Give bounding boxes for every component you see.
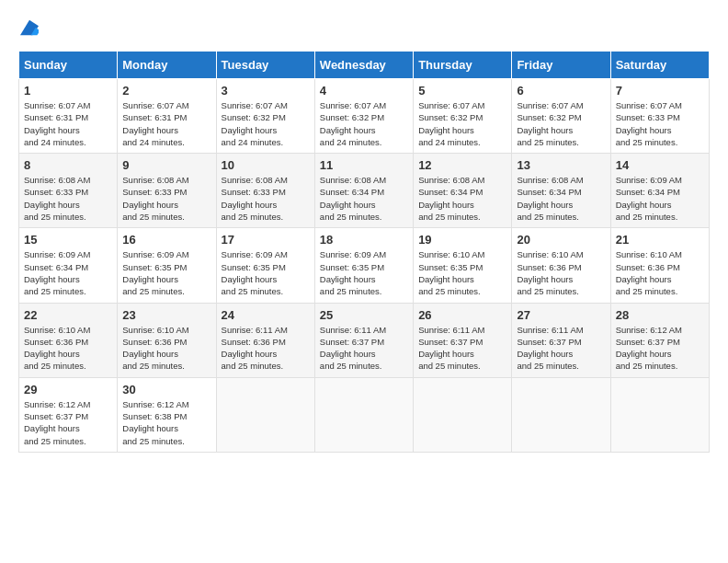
day-number: 7 xyxy=(616,84,704,98)
day-number: 2 xyxy=(122,84,210,98)
col-monday: Monday xyxy=(118,52,216,79)
col-tuesday: Tuesday xyxy=(216,52,314,79)
day-info: Sunrise: 6:12 AM Sunset: 6:38 PM Dayligh… xyxy=(122,399,188,446)
day-number: 28 xyxy=(616,308,704,322)
col-saturday: Saturday xyxy=(610,52,709,79)
day-number: 1 xyxy=(24,84,112,98)
day-number: 5 xyxy=(418,84,506,98)
day-info: Sunrise: 6:09 AM Sunset: 6:34 PM Dayligh… xyxy=(616,175,682,222)
day-info: Sunrise: 6:08 AM Sunset: 6:33 PM Dayligh… xyxy=(222,175,288,222)
table-cell: 23 Sunrise: 6:10 AM Sunset: 6:36 PM Dayl… xyxy=(118,303,216,377)
day-number: 24 xyxy=(222,308,310,322)
day-info: Sunrise: 6:10 AM Sunset: 6:36 PM Dayligh… xyxy=(616,249,682,296)
table-cell: 10 Sunrise: 6:08 AM Sunset: 6:33 PM Dayl… xyxy=(216,154,314,228)
logo xyxy=(18,18,39,41)
day-info: Sunrise: 6:07 AM Sunset: 6:32 PM Dayligh… xyxy=(517,100,583,147)
day-number: 19 xyxy=(418,233,506,247)
day-number: 3 xyxy=(222,84,310,98)
col-friday: Friday xyxy=(512,52,610,79)
table-cell xyxy=(314,377,413,452)
table-cell: 29 Sunrise: 6:12 AM Sunset: 6:37 PM Dayl… xyxy=(19,377,118,452)
day-info: Sunrise: 6:11 AM Sunset: 6:37 PM Dayligh… xyxy=(320,325,386,372)
day-number: 23 xyxy=(122,308,210,322)
day-number: 10 xyxy=(222,158,310,172)
day-info: Sunrise: 6:09 AM Sunset: 6:35 PM Dayligh… xyxy=(122,249,188,296)
table-cell: 3 Sunrise: 6:07 AM Sunset: 6:32 PM Dayli… xyxy=(216,79,314,154)
day-info: Sunrise: 6:11 AM Sunset: 6:37 PM Dayligh… xyxy=(517,325,583,372)
col-sunday: Sunday xyxy=(19,52,118,79)
calendar-table: Sunday Monday Tuesday Wednesday Thursday… xyxy=(18,51,710,453)
day-info: Sunrise: 6:12 AM Sunset: 6:37 PM Dayligh… xyxy=(24,399,90,446)
day-info: Sunrise: 6:07 AM Sunset: 6:32 PM Dayligh… xyxy=(418,100,484,147)
day-number: 18 xyxy=(320,233,408,247)
col-thursday: Thursday xyxy=(414,52,512,79)
day-number: 11 xyxy=(320,158,408,172)
table-cell: 20 Sunrise: 6:10 AM Sunset: 6:36 PM Dayl… xyxy=(512,228,610,303)
table-cell: 6 Sunrise: 6:07 AM Sunset: 6:32 PM Dayli… xyxy=(512,79,610,154)
day-number: 9 xyxy=(122,158,210,172)
day-number: 27 xyxy=(517,308,605,322)
table-cell: 28 Sunrise: 6:12 AM Sunset: 6:37 PM Dayl… xyxy=(610,303,709,377)
table-cell: 30 Sunrise: 6:12 AM Sunset: 6:38 PM Dayl… xyxy=(118,377,216,452)
table-cell: 27 Sunrise: 6:11 AM Sunset: 6:37 PM Dayl… xyxy=(512,303,610,377)
table-cell: 13 Sunrise: 6:08 AM Sunset: 6:34 PM Dayl… xyxy=(512,154,610,228)
day-info: Sunrise: 6:09 AM Sunset: 6:34 PM Dayligh… xyxy=(24,249,90,296)
col-wednesday: Wednesday xyxy=(314,52,413,79)
header xyxy=(9,9,719,46)
table-cell: 8 Sunrise: 6:08 AM Sunset: 6:33 PM Dayli… xyxy=(19,154,118,228)
day-number: 13 xyxy=(517,158,605,172)
day-number: 16 xyxy=(122,233,210,247)
table-cell: 25 Sunrise: 6:11 AM Sunset: 6:37 PM Dayl… xyxy=(314,303,413,377)
day-info: Sunrise: 6:07 AM Sunset: 6:31 PM Dayligh… xyxy=(24,100,90,147)
day-number: 20 xyxy=(517,233,605,247)
table-cell: 11 Sunrise: 6:08 AM Sunset: 6:34 PM Dayl… xyxy=(314,154,413,228)
day-number: 15 xyxy=(24,233,112,247)
table-cell xyxy=(610,377,709,452)
day-number: 4 xyxy=(320,84,408,98)
table-cell: 14 Sunrise: 6:09 AM Sunset: 6:34 PM Dayl… xyxy=(610,154,709,228)
day-number: 22 xyxy=(24,308,112,322)
day-info: Sunrise: 6:12 AM Sunset: 6:37 PM Dayligh… xyxy=(616,325,682,372)
day-number: 21 xyxy=(616,233,704,247)
day-info: Sunrise: 6:08 AM Sunset: 6:34 PM Dayligh… xyxy=(517,175,583,222)
day-info: Sunrise: 6:10 AM Sunset: 6:36 PM Dayligh… xyxy=(517,249,583,296)
table-cell: 12 Sunrise: 6:08 AM Sunset: 6:34 PM Dayl… xyxy=(414,154,512,228)
day-info: Sunrise: 6:08 AM Sunset: 6:34 PM Dayligh… xyxy=(418,175,484,222)
table-cell: 24 Sunrise: 6:11 AM Sunset: 6:36 PM Dayl… xyxy=(216,303,314,377)
day-info: Sunrise: 6:09 AM Sunset: 6:35 PM Dayligh… xyxy=(320,249,386,296)
table-cell xyxy=(216,377,314,452)
table-cell: 15 Sunrise: 6:09 AM Sunset: 6:34 PM Dayl… xyxy=(19,228,118,303)
table-cell: 18 Sunrise: 6:09 AM Sunset: 6:35 PM Dayl… xyxy=(314,228,413,303)
day-number: 25 xyxy=(320,308,408,322)
day-info: Sunrise: 6:09 AM Sunset: 6:35 PM Dayligh… xyxy=(222,249,288,296)
logo-icon xyxy=(20,18,39,37)
table-cell: 1 Sunrise: 6:07 AM Sunset: 6:31 PM Dayli… xyxy=(19,79,118,154)
day-number: 6 xyxy=(517,84,605,98)
day-info: Sunrise: 6:08 AM Sunset: 6:34 PM Dayligh… xyxy=(320,175,386,222)
table-cell: 26 Sunrise: 6:11 AM Sunset: 6:37 PM Dayl… xyxy=(414,303,512,377)
day-number: 29 xyxy=(24,383,112,396)
day-info: Sunrise: 6:10 AM Sunset: 6:35 PM Dayligh… xyxy=(418,249,484,296)
day-info: Sunrise: 6:07 AM Sunset: 6:31 PM Dayligh… xyxy=(122,100,188,147)
table-cell: 17 Sunrise: 6:09 AM Sunset: 6:35 PM Dayl… xyxy=(216,228,314,303)
table-cell: 19 Sunrise: 6:10 AM Sunset: 6:35 PM Dayl… xyxy=(414,228,512,303)
day-number: 26 xyxy=(418,308,506,322)
table-cell: 5 Sunrise: 6:07 AM Sunset: 6:32 PM Dayli… xyxy=(414,79,512,154)
day-info: Sunrise: 6:08 AM Sunset: 6:33 PM Dayligh… xyxy=(24,175,90,222)
day-number: 17 xyxy=(222,233,310,247)
day-info: Sunrise: 6:10 AM Sunset: 6:36 PM Dayligh… xyxy=(122,325,188,372)
table-cell: 9 Sunrise: 6:08 AM Sunset: 6:33 PM Dayli… xyxy=(118,154,216,228)
day-info: Sunrise: 6:10 AM Sunset: 6:36 PM Dayligh… xyxy=(24,325,90,372)
day-info: Sunrise: 6:11 AM Sunset: 6:36 PM Dayligh… xyxy=(222,325,288,372)
table-cell: 2 Sunrise: 6:07 AM Sunset: 6:31 PM Dayli… xyxy=(118,79,216,154)
day-number: 30 xyxy=(122,383,210,396)
table-cell xyxy=(414,377,512,452)
day-info: Sunrise: 6:11 AM Sunset: 6:37 PM Dayligh… xyxy=(418,325,484,372)
day-number: 14 xyxy=(616,158,704,172)
day-info: Sunrise: 6:07 AM Sunset: 6:33 PM Dayligh… xyxy=(616,100,682,147)
table-cell: 7 Sunrise: 6:07 AM Sunset: 6:33 PM Dayli… xyxy=(610,79,709,154)
day-number: 12 xyxy=(418,158,506,172)
table-cell xyxy=(512,377,610,452)
table-cell: 21 Sunrise: 6:10 AM Sunset: 6:36 PM Dayl… xyxy=(610,228,709,303)
day-info: Sunrise: 6:07 AM Sunset: 6:32 PM Dayligh… xyxy=(320,100,386,147)
